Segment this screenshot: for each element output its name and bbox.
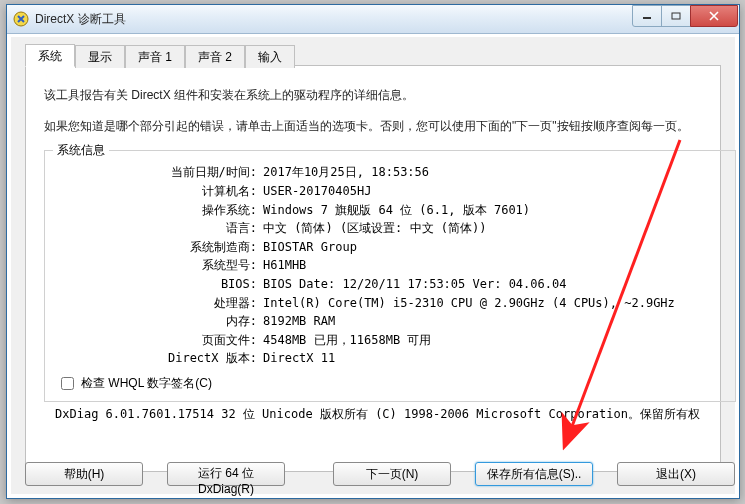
table-row: 系统型号:H61MHB bbox=[57, 256, 727, 275]
client-area: 系统 显示 声音 1 声音 2 输入 该工具报告有关 DirectX 组件和安装… bbox=[11, 37, 735, 494]
table-row: BIOS:BIOS Date: 12/20/11 17:53:05 Ver: 0… bbox=[57, 275, 727, 294]
row-label: 页面文件: bbox=[57, 331, 259, 350]
copyright-text: DxDiag 6.01.7601.17514 32 位 Unicode 版权所有… bbox=[44, 406, 702, 423]
row-value: 2017年10月25日, 18:53:56 bbox=[259, 163, 727, 182]
row-value: 8192MB RAM bbox=[259, 312, 727, 331]
window-controls bbox=[633, 5, 738, 25]
row-value: H61MHB bbox=[259, 256, 727, 275]
row-label: 计算机名: bbox=[57, 182, 259, 201]
table-row: 计算机名:USER-20170405HJ bbox=[57, 182, 727, 201]
titlebar[interactable]: DirectX 诊断工具 bbox=[7, 5, 739, 34]
tab-panel: 系统 显示 声音 1 声音 2 输入 该工具报告有关 DirectX 组件和安装… bbox=[25, 65, 721, 472]
row-value: DirectX 11 bbox=[259, 349, 727, 368]
table-row: 处理器:Intel(R) Core(TM) i5-2310 CPU @ 2.90… bbox=[57, 294, 727, 313]
close-button[interactable] bbox=[690, 5, 738, 27]
tab-sound2[interactable]: 声音 2 bbox=[185, 45, 245, 68]
table-row: 操作系统:Windows 7 旗舰版 64 位 (6.1, 版本 7601) bbox=[57, 201, 727, 220]
row-value: BIOS Date: 12/20/11 17:53:05 Ver: 04.06.… bbox=[259, 275, 727, 294]
run64-button[interactable]: 运行 64 位 DxDiag(R) bbox=[167, 462, 285, 486]
system-panel: 该工具报告有关 DirectX 组件和安装在系统上的驱动程序的详细信息。 如果您… bbox=[26, 66, 720, 471]
window-title: DirectX 诊断工具 bbox=[35, 11, 633, 28]
save-all-button[interactable]: 保存所有信息(S).. bbox=[475, 462, 593, 486]
intro-line2: 如果您知道是哪个部分引起的错误，请单击上面适当的选项卡。否则，您可以使用下面的"… bbox=[44, 117, 702, 136]
system-info-group: 系统信息 当前日期/时间:2017年10月25日, 18:53:56 计算机名:… bbox=[44, 150, 736, 402]
app-icon bbox=[13, 11, 29, 27]
row-value: USER-20170405HJ bbox=[259, 182, 727, 201]
row-value: BIOSTAR Group bbox=[259, 238, 727, 257]
dialog-window: DirectX 诊断工具 系统 显示 声音 1 声音 2 输入 该 bbox=[6, 4, 740, 499]
next-button[interactable]: 下一页(N) bbox=[333, 462, 451, 486]
table-row: 系统制造商:BIOSTAR Group bbox=[57, 238, 727, 257]
table-row: 页面文件:4548MB 已用，11658MB 可用 bbox=[57, 331, 727, 350]
group-title: 系统信息 bbox=[53, 142, 109, 159]
table-row: DirectX 版本:DirectX 11 bbox=[57, 349, 727, 368]
button-row: 帮助(H) 运行 64 位 DxDiag(R) 下一页(N) 保存所有信息(S)… bbox=[25, 462, 721, 488]
row-value: 4548MB 已用，11658MB 可用 bbox=[259, 331, 727, 350]
maximize-button[interactable] bbox=[661, 5, 691, 27]
row-label: 当前日期/时间: bbox=[57, 163, 259, 182]
table-row: 语言:中文 (简体) (区域设置: 中文 (简体)) bbox=[57, 219, 727, 238]
row-label: 系统型号: bbox=[57, 256, 259, 275]
whql-checkbox[interactable] bbox=[61, 377, 74, 390]
row-value: Windows 7 旗舰版 64 位 (6.1, 版本 7601) bbox=[259, 201, 727, 220]
row-label: 语言: bbox=[57, 219, 259, 238]
tab-strip: 系统 显示 声音 1 声音 2 输入 bbox=[25, 44, 295, 67]
svg-rect-2 bbox=[672, 13, 680, 19]
row-value: 中文 (简体) (区域设置: 中文 (简体)) bbox=[259, 219, 727, 238]
row-label: 系统制造商: bbox=[57, 238, 259, 257]
intro-line1: 该工具报告有关 DirectX 组件和安装在系统上的驱动程序的详细信息。 bbox=[44, 86, 702, 105]
row-label: BIOS: bbox=[57, 275, 259, 294]
exit-button[interactable]: 退出(X) bbox=[617, 462, 735, 486]
whql-label: 检查 WHQL 数字签名(C) bbox=[81, 375, 212, 392]
table-row: 内存:8192MB RAM bbox=[57, 312, 727, 331]
row-label: 处理器: bbox=[57, 294, 259, 313]
tab-display[interactable]: 显示 bbox=[75, 45, 125, 68]
row-label: DirectX 版本: bbox=[57, 349, 259, 368]
whql-row: 检查 WHQL 数字签名(C) bbox=[57, 374, 727, 393]
help-button[interactable]: 帮助(H) bbox=[25, 462, 143, 486]
table-row: 当前日期/时间:2017年10月25日, 18:53:56 bbox=[57, 163, 727, 182]
info-table: 当前日期/时间:2017年10月25日, 18:53:56 计算机名:USER-… bbox=[57, 163, 727, 368]
row-label: 操作系统: bbox=[57, 201, 259, 220]
tab-input[interactable]: 输入 bbox=[245, 45, 295, 68]
row-value: Intel(R) Core(TM) i5-2310 CPU @ 2.90GHz … bbox=[259, 294, 727, 313]
minimize-button[interactable] bbox=[632, 5, 662, 27]
tab-sound1[interactable]: 声音 1 bbox=[125, 45, 185, 68]
row-label: 内存: bbox=[57, 312, 259, 331]
tab-system[interactable]: 系统 bbox=[25, 44, 75, 67]
